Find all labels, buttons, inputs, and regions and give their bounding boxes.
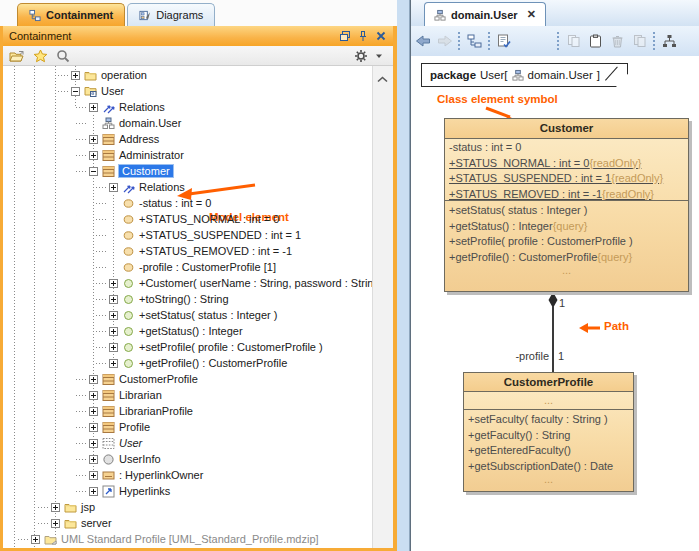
expand-icon[interactable] xyxy=(109,359,118,368)
tree-item-label[interactable]: Administrator xyxy=(119,149,184,161)
tree-row[interactable]: Customer xyxy=(3,163,373,179)
tree-row[interactable]: User xyxy=(3,435,373,451)
class-name[interactable]: Customer xyxy=(445,119,688,139)
expand-icon[interactable] xyxy=(89,407,98,416)
tree-item-label[interactable]: +setProfile( profile : CustomerProfile ) xyxy=(139,341,323,353)
expand-icon[interactable] xyxy=(89,471,98,480)
tree-item-label[interactable]: server xyxy=(81,517,112,529)
tree-row[interactable]: +STATUS_SUSPENDED : int = 1 xyxy=(3,227,373,243)
expand-icon[interactable] xyxy=(89,487,98,496)
search-icon[interactable] xyxy=(55,48,71,63)
tree-row[interactable]: +toString() : String xyxy=(3,291,373,307)
tree-row[interactable]: +getProfile() : CustomerProfile xyxy=(3,355,373,371)
tree-row[interactable]: CustomerProfile xyxy=(3,371,373,387)
expand-icon[interactable] xyxy=(109,183,118,192)
tree-row[interactable]: Relations xyxy=(3,99,373,115)
panel-splitter[interactable] xyxy=(397,0,410,551)
tree-item-label[interactable]: +STATUS_REMOVED : int = -1 xyxy=(139,245,292,257)
tree-row[interactable]: +setStatus( status : Integer ) xyxy=(3,307,373,323)
class-member[interactable]: +getFaculty() : String xyxy=(464,428,633,444)
dropdown-arrow-icon[interactable] xyxy=(371,48,387,63)
expand-icon[interactable] xyxy=(89,151,98,160)
tree-row[interactable]: : HyperlinkOwner xyxy=(3,467,373,483)
tree-row[interactable]: LibrarianProfile xyxy=(3,403,373,419)
class-member[interactable]: +STATUS_SUSPENDED : int = 1{readOnly} xyxy=(445,171,688,187)
expand-icon[interactable] xyxy=(89,391,98,400)
close-icon[interactable] xyxy=(375,30,387,42)
tree-row[interactable]: domain.User xyxy=(3,115,373,131)
class-member[interactable]: +getEnteredFaculty() xyxy=(464,443,633,459)
class-member[interactable]: +setStatus( status : Integer ) xyxy=(445,203,688,219)
tree-item-label[interactable]: +STATUS_SUSPENDED : int = 1 xyxy=(139,229,301,241)
class-member[interactable]: +STATUS_NORMAL : int = 0{readOnly} xyxy=(445,156,688,172)
tree-item-label[interactable]: CustomerProfile xyxy=(119,373,198,385)
class-member[interactable]: +STATUS_REMOVED : int = -1{readOnly} xyxy=(445,187,688,203)
tree-row[interactable]: -status : int = 0 xyxy=(3,195,373,211)
expand-icon[interactable] xyxy=(109,343,118,352)
class-member[interactable]: +getProfile() : CustomerProfile{query} xyxy=(445,250,688,266)
class-member[interactable]: +setProfile( profile : CustomerProfile ) xyxy=(445,234,688,250)
tree-item-label[interactable]: User xyxy=(119,437,142,449)
tree-item-label[interactable]: Profile xyxy=(119,421,150,433)
containment-tree-icon[interactable] xyxy=(465,32,484,51)
tree-item-label[interactable]: +Customer( userName : String, password :… xyxy=(139,277,373,289)
tree-row[interactable]: +getStatus() : Integer xyxy=(3,323,373,339)
related-elements-icon[interactable] xyxy=(660,32,679,51)
tab-containment[interactable]: Containment xyxy=(17,3,125,26)
favorites-icon[interactable] xyxy=(32,48,48,63)
tree-item-label[interactable]: UserInfo xyxy=(119,453,161,465)
tree-item-label[interactable]: UML Standard Profile [UML_Standard_Profi… xyxy=(61,533,319,545)
tree-item-label[interactable]: +STATUS_NORMAL : int = 0 xyxy=(139,213,279,225)
class-name[interactable]: CustomerProfile xyxy=(464,373,633,392)
tab-close-icon[interactable]: ✕ xyxy=(527,8,536,21)
expand-icon[interactable] xyxy=(109,311,118,320)
tree-item-label[interactable]: +toString() : String xyxy=(139,293,229,305)
tree-row[interactable]: Administrator xyxy=(3,147,373,163)
tree-row[interactable]: UML Standard Profile [UML_Standard_Profi… xyxy=(3,531,373,547)
back-icon[interactable] xyxy=(413,32,432,51)
tree-row[interactable]: server xyxy=(3,515,373,531)
settings-gear-icon[interactable] xyxy=(353,48,369,63)
expand-icon[interactable] xyxy=(109,279,118,288)
tree-row[interactable]: jsp xyxy=(3,499,373,515)
tree-item-label[interactable]: -profile : CustomerProfile [1] xyxy=(139,261,276,273)
expand-icon[interactable] xyxy=(71,71,80,80)
diagram-properties-icon[interactable] xyxy=(495,32,514,51)
tree-row[interactable]: +setProfile( profile : CustomerProfile ) xyxy=(3,339,373,355)
tree-item-label[interactable]: Customer xyxy=(119,165,173,177)
class-member[interactable]: +getSubscriptionDate() : Date xyxy=(464,459,633,475)
tree-item-label[interactable]: +setStatus( status : Integer ) xyxy=(139,309,277,321)
expand-icon[interactable] xyxy=(89,135,98,144)
collapse-icon[interactable] xyxy=(71,87,80,96)
tree-row[interactable]: Relations xyxy=(3,179,373,195)
tree-row[interactable]: -profile : CustomerProfile [1] xyxy=(3,259,373,275)
open-project-icon[interactable] xyxy=(9,48,25,63)
expand-icon[interactable] xyxy=(89,103,98,112)
class-member[interactable]: +setFaculty( faculty : String ) xyxy=(464,412,633,428)
tree-row[interactable]: Librarian xyxy=(3,387,373,403)
expand-icon[interactable] xyxy=(31,535,40,544)
tree-item-label[interactable]: Address xyxy=(119,133,159,145)
tree-row[interactable]: +Customer( userName : String, password :… xyxy=(3,275,373,291)
tree-item-label[interactable]: domain.User xyxy=(119,117,181,129)
tab-diagrams[interactable]: Diagrams xyxy=(127,3,215,26)
expand-icon[interactable] xyxy=(109,295,118,304)
float-window-icon[interactable] xyxy=(339,30,351,42)
tree-row[interactable]: Profile xyxy=(3,419,373,435)
tree-row[interactable]: Address xyxy=(3,131,373,147)
tree-row[interactable]: +STATUS_NORMAL : int = 0 xyxy=(3,211,373,227)
expand-icon[interactable] xyxy=(51,519,60,528)
tree-item-label[interactable]: User xyxy=(101,85,124,97)
tree-row[interactable]: UserInfo xyxy=(3,451,373,467)
tree-item-label[interactable]: : HyperlinkOwner xyxy=(119,469,203,481)
tree-item-label[interactable]: Relations xyxy=(139,181,185,193)
tab-domain-user[interactable]: domain.User ✕ xyxy=(424,2,546,26)
tree-item-label[interactable]: jsp xyxy=(81,501,95,513)
diagram-canvas[interactable]: package User[ domain.User ] Class elemen… xyxy=(411,56,699,551)
class-member[interactable]: -status : int = 0 xyxy=(445,140,688,156)
tree-row[interactable]: operation xyxy=(3,67,373,83)
expand-icon[interactable] xyxy=(89,439,98,448)
uml-class-customerprofile[interactable]: CustomerProfile...+setFaculty( faculty :… xyxy=(463,372,634,492)
tree-item-label[interactable]: Hyperlinks xyxy=(119,485,170,497)
composition-path[interactable] xyxy=(552,306,554,372)
